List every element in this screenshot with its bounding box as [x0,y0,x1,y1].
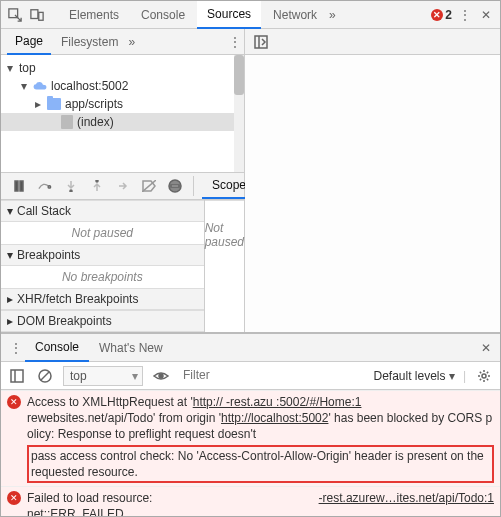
more-nav-tabs-icon[interactable]: » [128,35,135,49]
step-out-icon[interactable] [87,176,107,196]
step-icon[interactable] [113,176,133,196]
section-xhr-bp[interactable]: ▸XHR/fetch Breakpoints [1,288,204,310]
svg-line-8 [142,180,156,192]
sources-panel: Page Filesystem » ⋮ ▾top ▾localhost:5002… [1,29,500,332]
svg-rect-1 [31,9,38,18]
tree-scrollbar[interactable] [234,55,244,172]
tab-network[interactable]: Network [263,2,327,28]
show-nav-icon[interactable] [251,32,271,52]
editor-body [245,55,500,332]
console-error-failed: ✕ Failed to load resource: -rest.azurew…… [1,486,500,517]
log-levels[interactable]: Default levels ▾ [373,369,454,383]
filter-input[interactable] [179,366,239,385]
svg-rect-4 [20,181,23,191]
folder-icon [47,98,61,110]
tree-host[interactable]: ▾localhost:5002 [1,77,244,95]
svg-point-6 [70,190,72,192]
close-icon[interactable]: ✕ [476,5,496,25]
context-selector[interactable]: top [63,366,143,386]
cloud-icon [33,79,47,93]
step-into-icon[interactable] [61,176,81,196]
tab-sources[interactable]: Sources [197,1,261,29]
console-error-cors: ✕ Access to XMLHttpRequest at 'http:// -… [1,390,500,486]
svg-point-17 [159,374,163,378]
pause-icon[interactable] [9,176,29,196]
console-log: ✕ Access to XMLHttpRequest at 'http:// -… [1,390,500,517]
step-over-icon[interactable] [35,176,55,196]
error-icon: ✕ [7,491,21,505]
drawer-tab-whatsnew[interactable]: What's New [89,335,173,361]
tree-folder[interactable]: ▸app/scripts [1,95,244,113]
svg-line-16 [41,372,49,380]
drawer-tab-console[interactable]: Console [25,334,89,362]
svg-point-18 [482,374,486,378]
svg-point-7 [96,180,98,182]
tab-elements[interactable]: Elements [59,2,129,28]
tree-top[interactable]: ▾top [1,59,244,77]
error-count[interactable]: ✕2 [431,8,452,22]
clear-console-icon[interactable] [35,366,55,386]
error-icon: ✕ [7,395,21,409]
drawer-close-icon[interactable]: ✕ [476,338,496,358]
tab-filesystem[interactable]: Filesystem [53,30,126,54]
kebab-menu-icon[interactable]: ⋮ [454,5,474,25]
cors-highlight: pass access control check: No 'Access-Co… [27,445,494,483]
breakpoints-empty: No breakpoints [1,266,204,288]
svg-rect-3 [15,181,18,191]
section-callstack[interactable]: ▾Call Stack [1,200,204,222]
navigator-tabs: Page Filesystem » ⋮ [1,29,244,55]
deactivate-bp-icon[interactable] [139,176,159,196]
tab-console[interactable]: Console [131,2,195,28]
drawer-menu-icon[interactable]: ⋮ [5,338,25,358]
section-dom-bp[interactable]: ▸DOM Breakpoints [1,310,204,332]
tree-file[interactable]: (index) [1,113,244,131]
console-toolbar: top Default levels ▾ | [1,362,500,390]
tab-page[interactable]: Page [7,29,51,55]
svg-rect-13 [11,370,23,382]
device-toggle-icon[interactable] [27,5,47,25]
debugger-toolbar: Scope Watch [1,172,244,200]
main-tabbar: Elements Console Sources Network » ✕2 ⋮ … [1,1,500,29]
scope-empty: Not paused [205,200,244,268]
console-settings-icon[interactable] [474,366,494,386]
section-breakpoints[interactable]: ▾Breakpoints [1,244,204,266]
svg-point-5 [48,186,51,189]
callstack-empty: Not paused [1,222,204,244]
editor-header [245,29,500,55]
document-icon [61,115,73,129]
svg-rect-2 [39,12,43,20]
svg-rect-10 [171,185,179,187]
nav-kebab-icon[interactable]: ⋮ [224,32,244,52]
pause-exceptions-icon[interactable] [165,176,185,196]
live-expr-icon[interactable] [151,366,171,386]
inspect-icon[interactable] [5,5,25,25]
console-sidebar-icon[interactable] [7,366,27,386]
drawer: ⋮ Console What's New ✕ top Default level… [1,332,500,517]
more-tabs-icon[interactable]: » [329,8,336,22]
file-tree: ▾top ▾localhost:5002 ▸app/scripts (index… [1,55,244,172]
